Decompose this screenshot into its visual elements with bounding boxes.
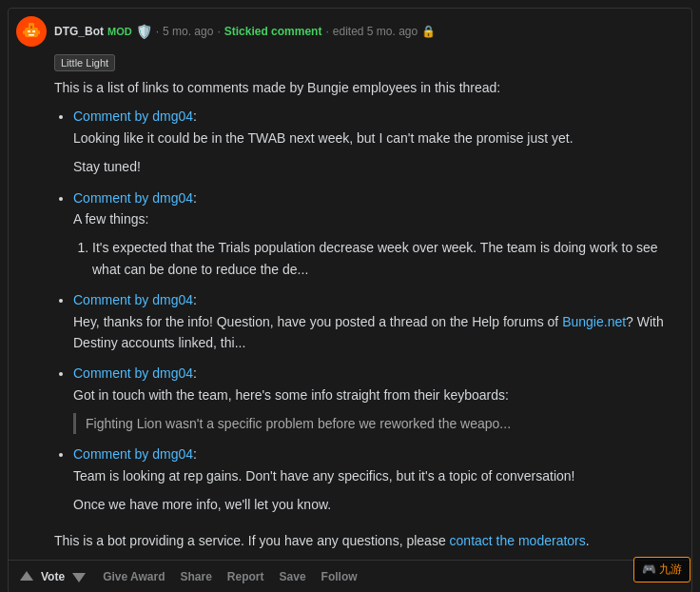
colon-1: :: [193, 109, 197, 124]
list-item: Comment by dmg04: Hey, thanks for the in…: [73, 289, 684, 353]
edited-time: edited 5 mo. ago: [333, 25, 418, 38]
comment-link-2[interactable]: Comment by dmg04: [73, 190, 193, 206]
comment-body-1: Looking like it could be in the TWAB nex…: [73, 128, 684, 148]
svg-rect-6: [23, 30, 25, 34]
ordered-list: It's expected that the Trials population…: [92, 237, 684, 280]
comment-body-1b: Stay tuned!: [73, 156, 684, 177]
vote-section: Vote: [16, 566, 89, 587]
report-button[interactable]: Report: [222, 566, 270, 587]
save-button[interactable]: Save: [274, 566, 312, 587]
avatar: [16, 16, 47, 47]
colon-4: :: [193, 365, 197, 381]
follow-button[interactable]: Follow: [316, 566, 363, 587]
comment-link-4[interactable]: Comment by dmg04: [73, 365, 193, 381]
comment-link-5[interactable]: Comment by dmg04: [73, 446, 193, 462]
stickied-badge: Stickied comment: [224, 25, 322, 38]
body-3-text: Hey, thanks for the info! Question, have…: [73, 314, 562, 329]
comment-link-3[interactable]: Comment by dmg04: [73, 292, 193, 307]
list-item: Comment by dmg04: Looking like it could …: [73, 106, 684, 177]
watermark-text: 九游: [659, 562, 682, 576]
svg-rect-3: [28, 30, 30, 32]
post-header: DTG_Bot MOD 🛡️ · 5 mo. ago · Stickied co…: [9, 16, 691, 54]
intro-text: This is a list of links to comments made…: [54, 77, 684, 98]
action-bar: Vote Give Award Share Report Save Follow: [9, 561, 691, 592]
watermark: 🎮 九游: [633, 557, 690, 582]
comment-list: Comment by dmg04: Looking like it could …: [73, 106, 684, 515]
flair-badge: Little Light: [54, 54, 115, 71]
list-item: Comment by dmg04: Team is looking at rep…: [73, 444, 684, 515]
comment-body-3: Hey, thanks for the info! Question, have…: [73, 311, 684, 354]
time-ago: 5 mo. ago: [163, 25, 213, 38]
post-container: DTG_Bot MOD 🛡️ · 5 mo. ago · Stickied co…: [8, 8, 692, 592]
downvote-button[interactable]: [68, 566, 89, 587]
comment-link-1[interactable]: Comment by dmg04: [73, 109, 193, 124]
blockquote: Fighting Lion wasn't a specific problem …: [73, 413, 684, 434]
post-content: This is a list of links to comments made…: [9, 77, 691, 533]
colon-5: :: [193, 446, 197, 462]
svg-rect-4: [32, 30, 35, 32]
comment-body-2: A few things:: [73, 208, 684, 229]
comment-body-5: Team is looking at rep gains. Don't have…: [73, 465, 684, 486]
bungie-link[interactable]: Bungie.net: [562, 314, 626, 329]
ordered-item-1: It's expected that the Trials population…: [92, 237, 684, 280]
give-award-button[interactable]: Give Award: [97, 566, 170, 587]
upvote-button[interactable]: [16, 566, 37, 587]
footer-start: This is a bot providing a service. If yo…: [54, 533, 450, 548]
watermark-icon: 🎮: [642, 562, 656, 576]
mod-badge: MOD: [107, 26, 132, 37]
username[interactable]: DTG_Bot: [54, 25, 104, 38]
lock-icon: 🔒: [421, 25, 436, 38]
comment-body-5b: Once we have more info, we'll let you kn…: [73, 494, 684, 515]
share-button[interactable]: Share: [175, 566, 218, 587]
vote-label: Vote: [41, 570, 65, 583]
colon-2: :: [193, 190, 197, 206]
avatar-inner: [18, 18, 45, 45]
list-item: Comment by dmg04: A few things: It's exp…: [73, 187, 684, 281]
shield-icon: 🛡️: [136, 24, 152, 39]
header-info: DTG_Bot MOD 🛡️ · 5 mo. ago · Stickied co…: [54, 24, 436, 39]
svg-rect-7: [38, 30, 40, 34]
colon-3: :: [193, 292, 197, 307]
dot-separator-3: ·: [325, 25, 328, 38]
list-item: Comment by dmg04: Got in touch with the …: [73, 363, 684, 434]
footer-end: .: [586, 533, 590, 548]
footer-text: This is a bot providing a service. If yo…: [9, 533, 691, 561]
dot-separator-2: ·: [217, 25, 220, 38]
svg-rect-5: [29, 34, 34, 36]
svg-rect-2: [30, 26, 32, 29]
moderators-link[interactable]: contact the moderators: [450, 533, 586, 548]
comment-body-4: Got in touch with the team, here's some …: [73, 385, 684, 405]
dot-separator: ·: [156, 25, 159, 38]
